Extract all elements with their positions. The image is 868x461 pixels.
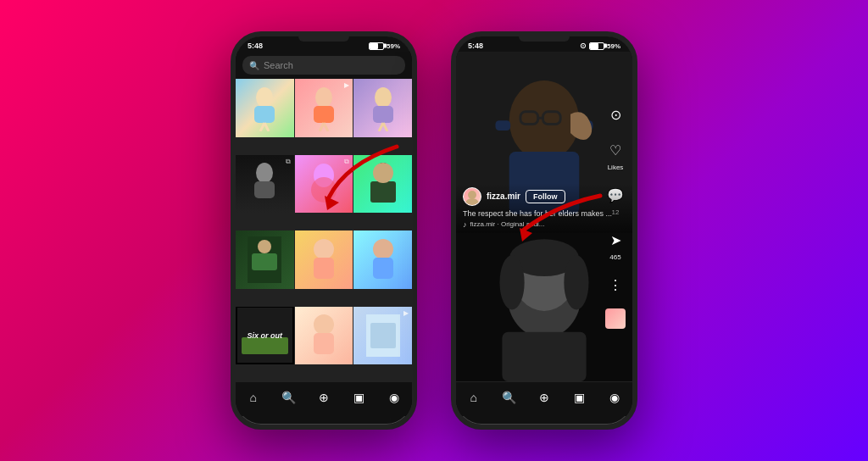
svg-rect-45 <box>502 332 586 381</box>
grid-cell-8[interactable] <box>295 230 353 289</box>
svg-point-0 <box>256 87 273 108</box>
svg-rect-5 <box>314 106 334 123</box>
search-bar[interactable]: 🔍 Search <box>236 52 412 79</box>
music-icon: ♪ <box>463 220 467 229</box>
svg-rect-17 <box>370 181 396 203</box>
avatar <box>463 187 481 206</box>
bottom-nav-2: ⌂ 🔍 ⊕ ▣ ◉ <box>456 381 632 416</box>
grid-cell-3[interactable] <box>353 79 412 137</box>
phone-2: 5:48 ⊙ 59% <box>451 31 637 430</box>
share-count: 465 <box>609 253 620 261</box>
camera-icon: ⊙ <box>604 103 627 126</box>
grid-cell-2[interactable]: ▶ <box>295 79 353 137</box>
time-2: 5:48 <box>468 42 483 50</box>
svg-point-42 <box>465 198 479 205</box>
svg-point-12 <box>256 163 273 183</box>
svg-rect-31 <box>370 323 396 348</box>
phone-1: 5:48 59% 🔍 Search <box>231 31 417 430</box>
grid-cell-1[interactable] <box>236 79 294 137</box>
svg-line-11 <box>383 123 387 131</box>
grid-cell-4[interactable]: ⧉ <box>236 155 294 214</box>
likes-label: Likes <box>608 164 624 171</box>
grid-cell-inner-3 <box>353 79 412 137</box>
svg-line-3 <box>264 123 269 131</box>
svg-point-22 <box>314 239 334 259</box>
battery-1: 59% <box>369 42 400 50</box>
status-bar-2: 5:48 ⊙ 59% <box>456 36 632 52</box>
video-info: fizza.mir Follow The respect she has for… <box>456 183 632 233</box>
video-caption: The respect she has for her elders makes… <box>463 209 626 218</box>
nav-profile-2[interactable]: ◉ <box>603 387 626 408</box>
svg-rect-36 <box>495 120 510 131</box>
icon-group-likes[interactable]: ♡ Likes <box>604 138 627 171</box>
search-input-wrapper[interactable]: 🔍 Search <box>242 56 405 75</box>
video-upper: ⊙ ♡ Likes 💬 12 ➤ 465 ⋮ <box>456 52 632 233</box>
nav-search-1[interactable]: 🔍 <box>276 387 300 408</box>
more-icon: ⋮ <box>604 273 627 297</box>
time-1: 5:48 <box>248 42 263 50</box>
svg-point-15 <box>311 177 337 203</box>
svg-point-28 <box>314 314 334 335</box>
grid-cell-5[interactable]: ⧉ <box>295 155 353 214</box>
six-or-out-label: Six or out <box>248 331 283 340</box>
battery-fill-1 <box>370 43 378 49</box>
grid-cell-inner-11 <box>295 307 353 365</box>
grid-cell-inner-9 <box>353 230 412 289</box>
grid-cell-11[interactable] <box>295 307 353 365</box>
grid-cell-inner-8 <box>295 230 353 289</box>
heart-icon: ♡ <box>604 138 627 162</box>
nav-add-1[interactable]: ⊕ <box>312 387 336 408</box>
svg-rect-13 <box>254 181 275 198</box>
svg-rect-29 <box>314 333 334 354</box>
battery-icon-1 <box>369 42 384 50</box>
svg-point-8 <box>375 87 392 108</box>
grid-cell-12[interactable]: ▶ <box>353 307 412 365</box>
nav-reels-2[interactable]: ▣ <box>568 387 592 408</box>
audio-row: ♪ fizza.mir · Original audi... <box>463 220 626 229</box>
copy-icon-5: ⧉ <box>344 158 349 166</box>
follow-button[interactable]: Follow <box>526 190 565 203</box>
user-row: fizza.mir Follow <box>463 187 626 206</box>
svg-rect-27 <box>242 337 288 354</box>
svg-point-4 <box>315 87 332 108</box>
grid-cell-inner-6 <box>353 155 412 214</box>
svg-rect-1 <box>254 106 275 123</box>
nav-home-1[interactable]: ⌂ <box>242 387 265 408</box>
battery-2: ⊙ 59% <box>580 42 620 50</box>
bottom-nav-1: ⌂ 🔍 ⊕ ▣ ◉ <box>236 381 412 416</box>
video-icon-12: ▶ <box>403 309 409 317</box>
icon-group-camera[interactable]: ⊙ <box>604 103 627 126</box>
grid-cell-7[interactable] <box>236 230 294 289</box>
svg-rect-9 <box>373 106 393 123</box>
nav-reels-1[interactable]: ▣ <box>348 387 371 408</box>
camera-icon-top: ⊙ <box>580 42 587 50</box>
svg-rect-20 <box>252 253 277 270</box>
status-bar-1: 5:48 59% <box>236 36 412 52</box>
grid-cell-inner-1 <box>236 79 294 137</box>
nav-search-2[interactable]: 🔍 <box>497 387 520 408</box>
audio-text: fizza.mir · Original audi... <box>470 220 545 228</box>
album-art <box>605 308 626 329</box>
username: fizza.mir <box>487 192 520 201</box>
grid-cell-10[interactable]: Six or out <box>236 307 294 365</box>
svg-point-41 <box>468 191 476 199</box>
icon-group-album[interactable] <box>605 308 626 329</box>
svg-point-49 <box>564 255 588 309</box>
grid-cell-6[interactable] <box>353 155 412 214</box>
svg-rect-25 <box>373 258 393 279</box>
photo-grid: ▶ ⧉ <box>236 79 412 381</box>
svg-point-48 <box>499 255 524 309</box>
battery-fill-2 <box>590 43 598 49</box>
svg-rect-23 <box>314 258 334 279</box>
phone2-screen: ⊙ ♡ Likes 💬 12 ➤ 465 ⋮ <box>456 52 632 416</box>
svg-point-21 <box>258 240 271 253</box>
nav-add-2[interactable]: ⊕ <box>532 387 556 408</box>
nav-home-2[interactable]: ⌂ <box>462 387 486 408</box>
icon-group-more[interactable]: ⋮ <box>604 273 627 297</box>
battery-pct-2: 59% <box>607 42 620 50</box>
grid-cell-9[interactable] <box>353 230 412 289</box>
nav-profile-1[interactable]: ◉ <box>382 387 406 408</box>
search-placeholder: Search <box>264 60 293 70</box>
copy-icon-4: ⧉ <box>286 158 291 166</box>
video-icon-2: ▶ <box>344 81 349 89</box>
